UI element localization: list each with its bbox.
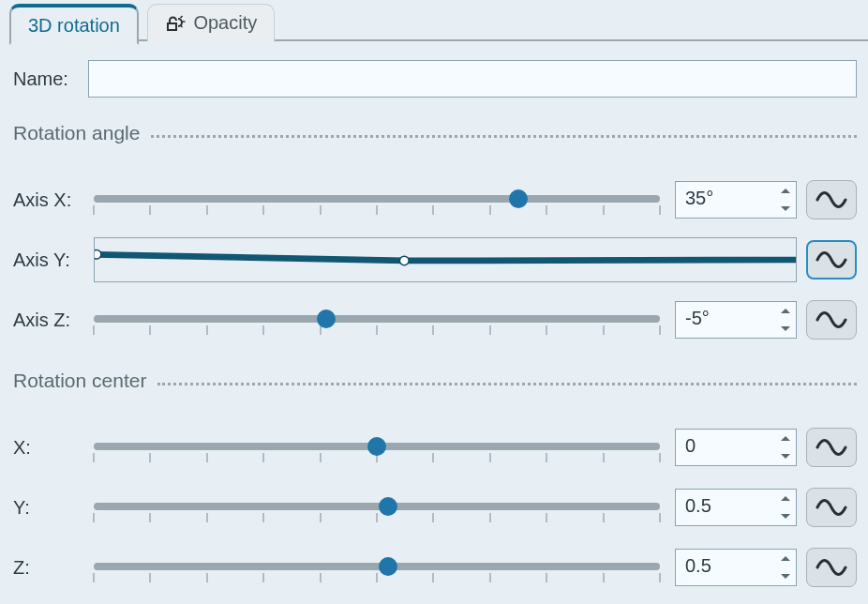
center-z-value: 0.5: [676, 550, 775, 585]
group-rule: [157, 383, 857, 385]
center-y-wave-button[interactable]: [806, 488, 857, 527]
slider-ticks: [94, 205, 660, 217]
slider-track: [94, 503, 660, 510]
slider-thumb[interactable]: [367, 437, 386, 456]
axis-y-envelope[interactable]: [94, 237, 797, 282]
center-z-slider[interactable]: [94, 549, 660, 586]
spin-down-icon[interactable]: [775, 200, 796, 218]
row-axis-x: Axis X: 35°: [13, 178, 857, 221]
name-row: Name:: [13, 60, 857, 98]
spin-arrows: [775, 550, 796, 585]
row-axis-z: Axis Z: -5°: [13, 298, 857, 341]
center-y-slider[interactable]: [94, 489, 660, 526]
name-input[interactable]: [88, 60, 857, 98]
spin-down-icon[interactable]: [775, 507, 796, 525]
spin-up-icon[interactable]: [775, 302, 796, 320]
spin-arrows: [775, 182, 796, 218]
tab-3d-rotation-label: 3D rotation: [28, 15, 120, 37]
axis-x-label: Axis X:: [13, 189, 94, 211]
row-axis-y: Axis Y:: [13, 238, 857, 281]
spin-arrows: [775, 302, 796, 338]
center-y-value: 0.5: [676, 490, 775, 525]
spin-down-icon[interactable]: [775, 320, 796, 338]
axis-x-spin[interactable]: 35°: [675, 181, 797, 219]
axis-x-value: 35°: [676, 182, 775, 218]
tab-opacity-label: Opacity: [193, 12, 257, 34]
spin-up-icon[interactable]: [775, 430, 796, 447]
row-center-y: Y: 0.5: [13, 486, 857, 529]
wave-icon: [816, 250, 847, 269]
tab-bar: 3D rotation Opacity: [0, 0, 868, 41]
panel-content: Name: Rotation angle Axis X: 35°: [0, 41, 868, 589]
axis-z-value: -5°: [676, 302, 775, 338]
axis-z-slider[interactable]: [94, 301, 660, 339]
center-x-spin[interactable]: 0: [675, 429, 797, 466]
center-x-value: 0: [676, 430, 775, 465]
center-z-wave-button[interactable]: [806, 548, 857, 587]
center-z-spin[interactable]: 0.5: [675, 549, 797, 586]
axis-z-wave-button[interactable]: [806, 300, 857, 340]
slider-ticks: [94, 513, 660, 524]
group-rotation-center-label: Rotation center: [13, 370, 146, 392]
svg-point-1: [399, 256, 409, 265]
axis-z-spin[interactable]: -5°: [675, 301, 797, 339]
axis-z-label: Axis Z:: [13, 310, 94, 331]
slider-track: [94, 195, 660, 203]
slider-thumb[interactable]: [317, 310, 336, 328]
slider-thumb[interactable]: [509, 189, 528, 208]
center-y-label: Y:: [13, 497, 94, 519]
axis-y-label: Axis Y:: [13, 249, 94, 271]
tab-3d-rotation[interactable]: 3D rotation: [9, 4, 139, 45]
spin-up-icon[interactable]: [775, 490, 796, 507]
wave-icon: [816, 310, 847, 329]
center-z-label: Z:: [13, 557, 94, 579]
wave-icon: [816, 498, 847, 517]
axis-x-wave-button[interactable]: [806, 180, 857, 219]
axis-y-wave-button[interactable]: [806, 240, 857, 279]
center-y-spin[interactable]: 0.5: [675, 489, 797, 526]
svg-point-0: [95, 249, 101, 259]
spin-arrows: [775, 430, 796, 465]
wave-icon: [816, 558, 847, 577]
row-center-x: X: 0: [13, 426, 857, 469]
lock-icon: [165, 15, 186, 32]
slider-ticks: [94, 325, 660, 337]
group-rotation-angle-label: Rotation angle: [13, 122, 140, 144]
group-rotation-center: Rotation center: [13, 370, 857, 392]
group-rotation-angle: Rotation angle: [13, 122, 857, 144]
spin-arrows: [775, 490, 796, 525]
slider-ticks: [94, 573, 660, 584]
slider-track: [94, 315, 660, 323]
group-rule: [151, 135, 857, 138]
center-x-slider[interactable]: [94, 429, 660, 466]
wave-icon: [816, 190, 847, 209]
center-x-label: X:: [13, 437, 94, 459]
spin-down-icon[interactable]: [775, 567, 796, 585]
name-label: Name:: [13, 68, 88, 90]
spin-up-icon[interactable]: [775, 182, 796, 200]
slider-thumb[interactable]: [379, 497, 397, 516]
center-x-wave-button[interactable]: [806, 428, 857, 467]
spin-down-icon[interactable]: [775, 447, 796, 465]
spin-up-icon[interactable]: [775, 550, 796, 567]
slider-track: [94, 563, 660, 570]
slider-thumb[interactable]: [379, 557, 397, 576]
tab-opacity[interactable]: Opacity: [147, 4, 275, 41]
wave-icon: [816, 438, 847, 457]
axis-x-slider[interactable]: [94, 181, 660, 219]
row-center-z: Z: 0.5: [13, 546, 857, 589]
